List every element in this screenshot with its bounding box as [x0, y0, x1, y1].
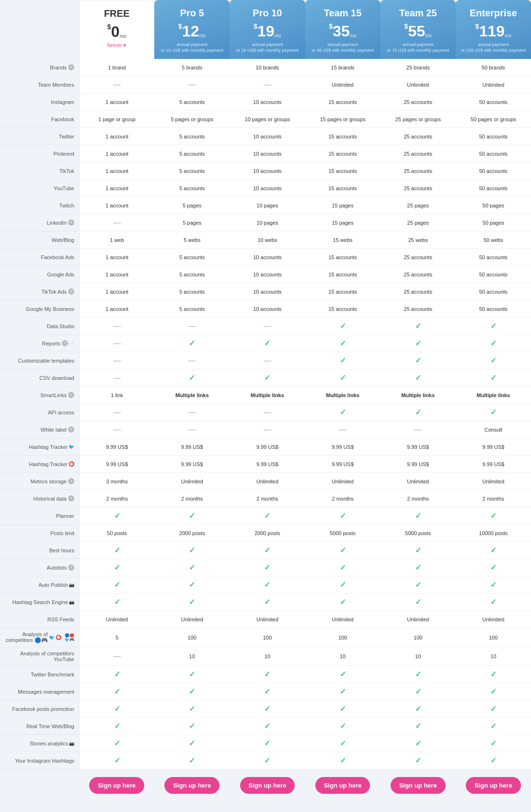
cell-value: 1 account [105, 203, 128, 208]
feature-cell: ✓ [79, 559, 154, 576]
cell-value: 5 accounts [179, 185, 205, 191]
feature-cell: 5 accounts [154, 162, 230, 180]
check-mark: ✓ [490, 408, 496, 417]
cell-value: 1 account [105, 99, 128, 105]
signup-button-free[interactable]: Sign up here [89, 777, 144, 794]
plan-header-free: FREE $ 0 mo forever ♥ [79, 0, 154, 59]
feature-label: Analysis of competitors YouTube [0, 647, 79, 666]
feature-label-text: SmartLinks [40, 392, 67, 398]
cell-value: Unlimited [407, 479, 429, 484]
feature-cell: 1 web [79, 231, 154, 249]
cell-value: 5 accounts [179, 134, 205, 139]
cell-value: 15 webs [333, 237, 353, 243]
cell-value: Unlimited [407, 82, 429, 88]
check-mark: ✓ [189, 756, 195, 765]
feature-cell: ✓ [230, 576, 305, 594]
dash-mark: — [113, 80, 121, 89]
feature-row: RSS FeedsUnlimitedUnlimitedUnlimitedUnli… [0, 611, 531, 628]
feature-cell: — [154, 318, 230, 335]
cell-value: 50 pages or groups [471, 116, 516, 122]
price-currency-pro5: $ [178, 23, 182, 30]
cell-value: 15 accounts [328, 134, 357, 139]
feature-row: Instagram1 account5 accounts10 accounts1… [0, 93, 531, 111]
signup-button-enterprise[interactable]: Sign up here [466, 777, 521, 794]
cell-value: 50 accounts [479, 289, 508, 295]
cell-value: 15 pages [332, 203, 353, 208]
feature-row: LinkedIn?—5 pages10 pages15 pages25 page… [0, 214, 531, 231]
feature-cell: ✓ [230, 683, 305, 700]
feature-cell: 5 accounts [154, 145, 230, 162]
feature-rows: Brands?1 brand5 brands10 brands15 brands… [0, 59, 531, 769]
cell-value: 9.99 US$ [181, 444, 203, 450]
feature-cell: Unlimited [154, 611, 230, 628]
feature-label-text: Posts limit [50, 530, 74, 536]
feature-cell: 2 months [456, 490, 531, 507]
feature-cell: 9.99 US$ [456, 438, 531, 456]
cell-value: Unlimited [256, 479, 278, 484]
check-mark: ✓ [490, 546, 496, 555]
check-mark: ✓ [340, 580, 346, 589]
feature-cell: Consult [456, 421, 531, 438]
feature-cell: ✓ [230, 507, 305, 525]
feature-row: Historical data?2 months2 months2 months… [0, 490, 531, 507]
check-mark: ✓ [189, 580, 195, 589]
feature-cell: 10 brands [230, 59, 305, 76]
feature-label-text: Messages management [18, 689, 74, 695]
feature-cell: 25 brands [381, 59, 456, 76]
price-currency-team25: $ [404, 23, 408, 30]
feature-row: Hashtag Tracker🐦9.99 US$9.99 US$9.99 US$… [0, 438, 531, 456]
feature-cell: ✓ [456, 718, 531, 735]
price-note-team25: annual paymentor 79 US$ with monthly pay… [384, 42, 452, 53]
feature-label: Reports?📄 [0, 335, 79, 352]
feature-cell: 2 months [154, 490, 230, 507]
feature-label-text: RSS Feeds [47, 617, 74, 622]
signup-button-pro10[interactable]: Sign up here [240, 777, 295, 794]
feature-label: SmartLinks? [0, 387, 79, 404]
feature-cell: — [305, 421, 381, 438]
feature-cell: 50 webs [456, 231, 531, 249]
check-mark: ✓ [340, 670, 346, 679]
feature-cell: 10 [230, 647, 305, 666]
feature-cell: ✓ [456, 369, 531, 387]
feature-label: Stories analytics📷 [0, 735, 79, 752]
dash-mark: — [188, 425, 196, 434]
feature-cell: 9.99 US$ [79, 438, 154, 456]
cell-value: 10 pages [256, 203, 278, 208]
feature-cell: ✓ [79, 683, 154, 700]
feature-cell: 9.99 US$ [230, 438, 305, 456]
signup-button-team25[interactable]: Sign up here [391, 777, 446, 794]
feature-cell: 5 brands [154, 59, 230, 76]
cell-value: 5 accounts [179, 289, 205, 295]
price-note-pro10: annual paymentor 29 US$ with monthly pay… [233, 42, 301, 53]
feature-cell: 25 accounts [381, 266, 456, 283]
cell-value: Unlimited [181, 617, 203, 622]
check-mark: ✓ [189, 704, 195, 713]
header-row: FREE $ 0 mo forever ♥ Pro 5 $ 12 mo annu… [0, 0, 531, 59]
cell-value: 10 [265, 653, 270, 659]
cell-value: 1 brand [108, 65, 126, 70]
cell-value: Multiple links [326, 392, 359, 398]
cell-value: 100 [338, 635, 347, 640]
feature-label-text: Hashtag Search Engine [12, 599, 68, 605]
feature-row: CSV download—✓✓✓✓✓ [0, 369, 531, 387]
feature-label: Data Studio [0, 318, 79, 335]
signup-button-team15[interactable]: Sign up here [315, 777, 370, 794]
feature-cell: 25 accounts [381, 128, 456, 145]
feature-cell: ✓ [154, 369, 230, 387]
cell-value: 1 account [105, 168, 128, 174]
signup-button-pro5[interactable]: Sign up here [164, 777, 219, 794]
feature-cell: ✓ [381, 718, 456, 735]
feature-cell: 10 [456, 647, 531, 666]
signup-cell-pro10: Sign up here [230, 777, 305, 794]
feature-label: Google My Business [0, 300, 79, 318]
dash-mark: — [113, 652, 121, 661]
check-mark: ✓ [490, 721, 496, 731]
feature-row: Data Studio———✓✓✓ [0, 318, 531, 335]
feature-cell: 3 months [79, 473, 154, 490]
cell-value: 10 accounts [253, 99, 281, 105]
feature-cell: 15 accounts [305, 180, 381, 197]
feature-row: Google Ads1 account5 accounts10 accounts… [0, 266, 531, 283]
price-currency-free: $ [107, 23, 111, 31]
feature-cell: ✓ [456, 507, 531, 525]
feature-label: Messages management [0, 683, 79, 700]
